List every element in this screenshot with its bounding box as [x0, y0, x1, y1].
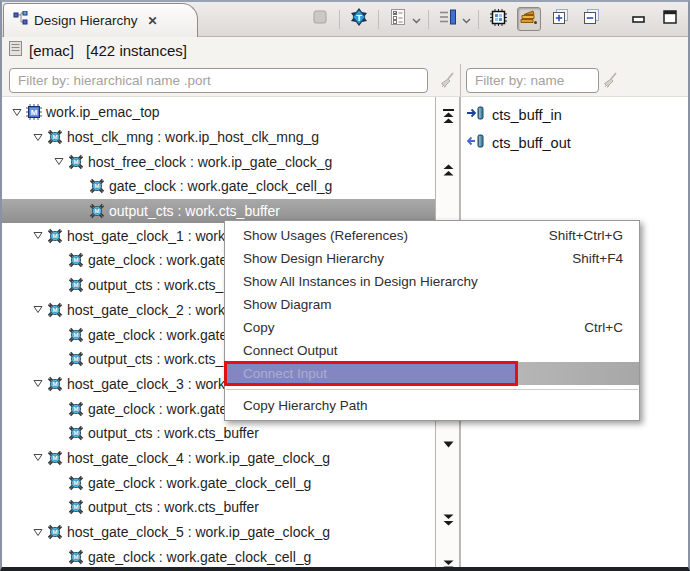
collapse-all-button[interactable] [579, 7, 603, 31]
double-down-bar-icon [442, 560, 455, 571]
instance-icon: M [46, 228, 63, 244]
view-toolbar: T [308, 2, 682, 36]
scroll-to-bottom-button[interactable] [441, 560, 455, 571]
menu-item-label: Show All Instances in Design Hierarchy [243, 274, 623, 289]
next-item-button[interactable] [441, 434, 455, 450]
toolbar-separator [378, 10, 379, 29]
double-up-icon [442, 163, 455, 179]
gray-square-icon [313, 10, 327, 28]
port-row-cts_buff_out[interactable]: cts_buff_out [461, 129, 688, 157]
port-filter-input[interactable] [466, 68, 599, 93]
sort-filter-button[interactable] [436, 7, 460, 31]
port-label: cts_buff_out [492, 135, 571, 151]
tree-row[interactable]: Mgate_clock : work.gate_clock_cell_g [2, 544, 435, 567]
hierarchy-filter-input[interactable] [9, 68, 428, 93]
instance-icon: M [46, 302, 63, 318]
menu-item-copy-hierarchy-path[interactable]: Copy Hierarchy Path [225, 394, 639, 417]
document-icon [9, 41, 22, 60]
chevron-down-icon[interactable] [412, 10, 421, 28]
svg-text:M: M [73, 159, 78, 165]
menu-item-show-all-instances-in-design-hierarchy[interactable]: Show All Instances in Design Hierarchy [225, 270, 639, 293]
design-unit-header: [emac][422 instances] [2, 37, 688, 64]
instance-icon: M [67, 401, 84, 417]
menu-item-connect-output[interactable]: Connect Output [225, 339, 639, 362]
expander-icon[interactable] [29, 379, 46, 388]
menu-item-show-design-hierarchy[interactable]: Show Design HierarchyShift+F4 [225, 247, 639, 270]
tree-row[interactable]: Mgate_clock : work.gate_clock_cell_g [2, 470, 435, 495]
instance-icon: M [67, 425, 84, 441]
scroll-to-top-button[interactable] [441, 109, 455, 125]
menu-item-shortcut: Ctrl+C [584, 320, 623, 335]
close-icon[interactable]: ✕ [148, 14, 158, 28]
expander-icon[interactable] [29, 231, 46, 240]
menu-separator [226, 389, 638, 390]
tree-row-label: host_gate_clock_5 : work.ip_gate_clock_g [67, 524, 330, 540]
design-hierarchy-view: Design Hierarchy ✕ T [emac][422 instance… [0, 0, 690, 571]
menu-item-label: Show Usages (References) [243, 228, 519, 243]
type-gem-button[interactable]: T [347, 7, 371, 31]
double-down-icon [442, 512, 455, 528]
menu-item-copy[interactable]: CopyCtrl+C [225, 316, 639, 339]
hierarchy-filter-row [2, 64, 460, 97]
chip-icon [490, 9, 507, 30]
svg-text:T: T [356, 13, 362, 23]
tree-row[interactable]: Mhost_free_clock : work.ip_gate_clock_g [2, 149, 435, 174]
tree-row-label: host_gate_clock_4 : work.ip_gate_clock_g [67, 450, 330, 466]
expand-all-button[interactable] [548, 7, 572, 31]
tree-row[interactable]: Moutput_cts : work.cts_buffer [2, 495, 435, 520]
instance-icon: M [67, 252, 84, 268]
instance-icon: M [46, 129, 63, 145]
design-unit-name: [emac][422 instances] [29, 42, 187, 59]
port-row-cts_buff_in[interactable]: cts_buff_in [461, 101, 688, 129]
menu-item-label: Connect Input [243, 366, 623, 381]
group-stack-button[interactable] [517, 7, 541, 31]
expander-icon[interactable] [29, 133, 46, 142]
module-name: [emac] [29, 42, 74, 59]
minimize-button[interactable] [627, 7, 651, 31]
tree-row[interactable]: Mgate_clock : work.gate_clock_cell_g [2, 174, 435, 199]
svg-text:M: M [30, 108, 37, 117]
menu-item-label: Copy Hierarchy Path [243, 398, 623, 413]
stack-icon [520, 9, 538, 29]
input-port-icon [466, 105, 486, 125]
toolbar-separator [478, 10, 479, 29]
toolbar-separator [339, 10, 340, 29]
tree-row-label: gate_clock : work.gate_clock_cell_g [109, 178, 332, 194]
svg-text:M: M [52, 529, 57, 535]
svg-text:M: M [73, 283, 78, 289]
instance-icon: M [67, 351, 84, 367]
tree-row[interactable]: Mhost_gate_clock_5 : work.ip_gate_clock_… [2, 520, 435, 545]
tree-row[interactable]: Moutput_cts : work.cts_buffer [2, 421, 435, 446]
instance-icon: M [88, 203, 105, 219]
power-domain-button[interactable] [486, 7, 510, 31]
clear-filter-icon[interactable] [438, 72, 455, 89]
tree-row[interactable]: Mhost_gate_clock_4 : work.ip_gate_clock_… [2, 446, 435, 471]
svg-text:M: M [73, 431, 78, 437]
menu-item-show-diagram[interactable]: Show Diagram [225, 293, 639, 316]
menu-item-label: Show Diagram [243, 297, 623, 312]
instance-icon: M [46, 524, 63, 540]
tab-design-hierarchy[interactable]: Design Hierarchy ✕ [3, 3, 198, 37]
tree-row[interactable]: Mhost_clk_mng : work.ip_host_clk_mng_g [2, 125, 435, 150]
expander-icon[interactable] [8, 108, 25, 117]
expander-icon[interactable] [50, 157, 67, 166]
chevron-down-icon[interactable] [462, 10, 471, 28]
view-menu-button[interactable] [386, 7, 410, 31]
maximize-button[interactable] [658, 7, 682, 31]
menu-item-show-usages-references[interactable]: Show Usages (References)Shift+Ctrl+G [225, 224, 639, 247]
port-label: cts_buff_in [492, 107, 562, 123]
clear-filter-icon[interactable] [601, 72, 618, 89]
tree-row[interactable]: Mwork.ip_emac_top [2, 100, 435, 125]
expander-icon[interactable] [29, 305, 46, 314]
down-triangle-icon [443, 434, 454, 450]
module-chip-icon: M [25, 104, 42, 120]
tab-label: Design Hierarchy [34, 13, 138, 28]
svg-text:M: M [73, 357, 78, 363]
svg-text:M: M [73, 332, 78, 338]
expander-icon[interactable] [29, 528, 46, 537]
svg-text:M: M [73, 258, 78, 264]
next-marker-button[interactable] [441, 512, 455, 528]
menu-item-label: Show Design Hierarchy [243, 251, 542, 266]
previous-marker-button[interactable] [441, 163, 455, 179]
expander-icon[interactable] [29, 453, 46, 462]
